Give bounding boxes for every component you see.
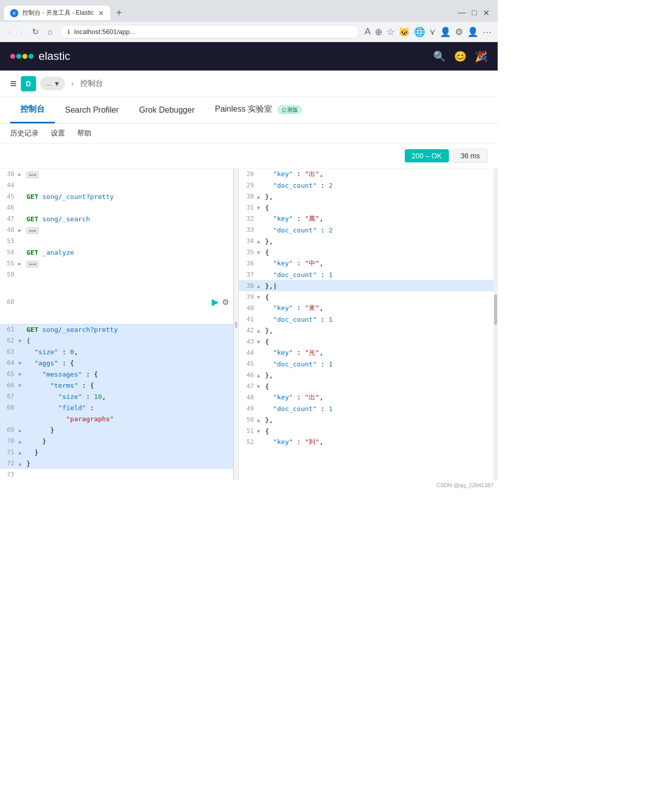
- editor-line: 66 ▼ "terms" : {: [0, 380, 233, 391]
- collapse-icon[interactable]: ⟺: [26, 172, 39, 178]
- editor-line: 38 ▶ ⟺: [0, 168, 233, 180]
- help-header-icon[interactable]: 😊: [454, 50, 467, 62]
- response-line: 41 "doc_count" : 1: [239, 314, 494, 325]
- celebration-header-icon[interactable]: 🎉: [475, 50, 488, 62]
- extension2-icon[interactable]: 🌐: [414, 26, 425, 38]
- header-icons: 🔍 😊 🎉: [433, 50, 488, 62]
- address-input[interactable]: ℹ localhost:5601/app...: [59, 25, 360, 39]
- sub-nav-settings[interactable]: 设置: [51, 129, 65, 138]
- forward-button[interactable]: ›: [18, 25, 24, 39]
- tab-favicon: e: [10, 9, 18, 17]
- response-line: 48 "key" : "出",: [239, 392, 494, 403]
- painless-badge: 公测版: [278, 106, 302, 114]
- menu-icon[interactable]: ⋯: [482, 26, 492, 38]
- status-ok-badge: 200 – OK: [405, 149, 449, 162]
- response-line: 33 "doc_count" : 2: [239, 224, 494, 235]
- editor-line: 44: [0, 180, 233, 191]
- extension4-icon[interactable]: 👤: [440, 26, 451, 38]
- profile-icon[interactable]: 👤: [467, 26, 478, 38]
- editor-line: 63 "size" : 0,: [0, 346, 233, 357]
- run-area: ▶ ⚙: [26, 295, 233, 309]
- hamburger-menu-icon[interactable]: ≡: [10, 77, 17, 90]
- tab-bar: e 控制台 - 开发工具 - Elastic ✕ + — □ ✕: [0, 0, 498, 22]
- bookmark-icon[interactable]: ☆: [386, 26, 395, 38]
- response-lines: 28 "key" : "出", 29 "doc_count" : 2 30 ▲ …: [239, 168, 494, 448]
- back-button[interactable]: ‹: [6, 25, 13, 39]
- response-line: 35 ▼ {: [239, 247, 494, 258]
- breadcrumb-separator: ›: [71, 78, 74, 89]
- editor-line: 69 ▲ }: [0, 424, 233, 435]
- editor-line: 45 GET song/_count?pretty: [0, 191, 233, 202]
- scrollbar-thumb[interactable]: [494, 294, 497, 325]
- search-icon[interactable]: ⊕: [375, 26, 382, 38]
- editor-line: 61 GET song/_search?pretty: [0, 324, 233, 335]
- editor-line: 54 GET _analyze: [0, 247, 233, 258]
- editor-line: 47 GET song/_search: [0, 213, 233, 224]
- response-line: 47 ▼ {: [239, 381, 494, 392]
- new-tab-button[interactable]: +: [112, 5, 126, 21]
- nav-avatar[interactable]: D: [21, 76, 36, 91]
- elastic-logo[interactable]: elastic: [10, 50, 70, 63]
- breadcrumb[interactable]: ... ▾: [40, 77, 65, 90]
- response-line: 36 "key" : "中",: [239, 258, 494, 269]
- editor-line: 73: [0, 469, 233, 480]
- response-line: 32 "key" : "萬",: [239, 213, 494, 224]
- logo-circle-teal2: [28, 54, 34, 59]
- response-scrollbar[interactable]: [494, 168, 498, 480]
- editor-line: 59: [0, 269, 233, 280]
- response-line: 49 "doc_count" : 1: [239, 403, 494, 414]
- extension3-icon[interactable]: ⋎: [429, 26, 436, 38]
- browser-tab[interactable]: e 控制台 - 开发工具 - Elastic ✕: [4, 6, 110, 20]
- editor-line-run: 60 ▶ ⚙: [0, 280, 233, 324]
- logo-circles: [10, 54, 34, 59]
- query-settings-button[interactable]: ⚙: [222, 297, 229, 307]
- response-line: 45 "doc_count" : 1: [239, 358, 494, 369]
- editor-line: 71 ▲ }: [0, 447, 233, 458]
- run-button[interactable]: ▶: [212, 296, 219, 308]
- search-header-icon[interactable]: 🔍: [433, 50, 446, 62]
- response-line: 44 "key" : "光",: [239, 347, 494, 358]
- tab-close-icon[interactable]: ✕: [98, 9, 104, 17]
- extensions-icon[interactable]: ⚙: [455, 26, 463, 38]
- close-button[interactable]: ✕: [483, 8, 490, 18]
- home-button[interactable]: ⌂: [46, 25, 55, 39]
- sub-nav: 历史记录 设置 帮助: [0, 124, 498, 144]
- status-time-badge: 36 ms: [453, 149, 488, 163]
- elastic-header: elastic 🔍 😊 🎉: [0, 42, 498, 71]
- maximize-button[interactable]: □: [472, 8, 477, 18]
- response-line: 43 ▼ {: [239, 336, 494, 347]
- breadcrumb-chevron-icon: ▾: [55, 79, 59, 88]
- editor-line: "paragraphs": [0, 413, 233, 424]
- address-bar: ‹ › ↻ ⌂ ℹ localhost:5601/app... A ⊕ ☆ 🐱 …: [0, 22, 498, 42]
- collapse-icon[interactable]: ⟺: [26, 261, 39, 267]
- editor-line: 62 ▼ {: [0, 335, 233, 346]
- extension1-icon[interactable]: 🐱: [399, 26, 410, 38]
- minimize-button[interactable]: —: [458, 8, 466, 18]
- response-line: 46 ▲ },: [239, 369, 494, 381]
- logo-circle-teal: [16, 54, 21, 59]
- editor-line: 65 ▼ "messages" : {: [0, 368, 233, 380]
- sub-nav-help[interactable]: 帮助: [77, 129, 91, 138]
- editor-line: 70 ▲ }: [0, 435, 233, 447]
- nav-bar: ≡ D ... ▾ › 控制台: [0, 71, 498, 97]
- response-line: 51 ▼ {: [239, 425, 494, 436]
- tab-painless[interactable]: Painless 实验室 公测版: [205, 97, 311, 123]
- tab-grok-debugger[interactable]: Grok Debugger: [129, 98, 205, 123]
- editor-line: 67 "size" : 10,: [0, 391, 233, 402]
- main-content: 200 – OK 36 ms 38 ▶ ⟺ 44: [0, 144, 498, 490]
- panel-divider[interactable]: ‖: [234, 168, 239, 480]
- sub-nav-history[interactable]: 历史记录: [10, 129, 39, 138]
- editor-line: 46: [0, 202, 233, 213]
- reader-mode-icon[interactable]: A: [365, 26, 371, 37]
- editor-lines: 38 ▶ ⟺ 44 45 GET song/_count?pretty: [0, 168, 233, 480]
- tab-title: 控制台 - 开发工具 - Elastic: [22, 9, 94, 17]
- collapse-icon[interactable]: ⟺: [26, 227, 39, 234]
- tab-search-profiler[interactable]: Search Profiler: [55, 98, 129, 123]
- editor-line: 68 "field" :: [0, 402, 233, 413]
- footer-note: CSDN @qq_22841387: [0, 480, 498, 490]
- response-line: 31 ▼ {: [239, 202, 494, 213]
- right-panel: 28 "key" : "出", 29 "doc_count" : 2 30 ▲ …: [239, 168, 494, 480]
- response-line: 37 "doc_count" : 1: [239, 269, 494, 280]
- tab-console[interactable]: 控制台: [10, 97, 55, 123]
- reload-button[interactable]: ↻: [30, 25, 41, 39]
